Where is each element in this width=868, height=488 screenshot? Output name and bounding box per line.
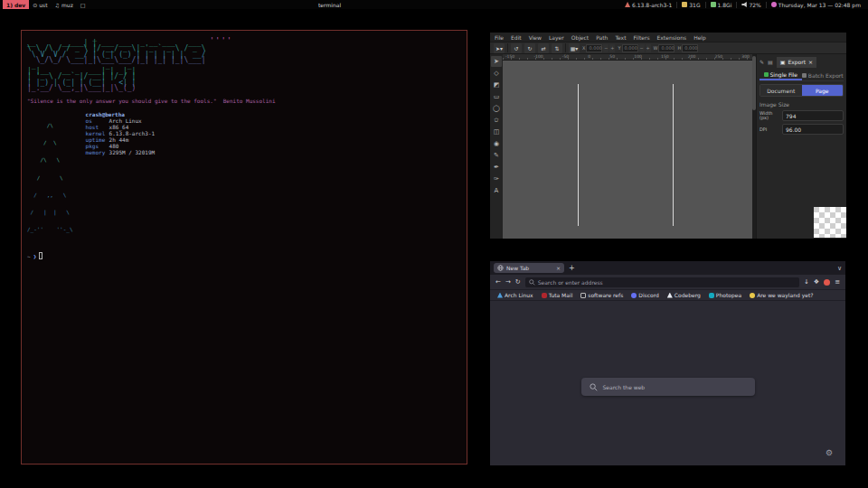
star-tool-icon[interactable]: ✩ (491, 115, 502, 126)
export-mode-tabs: Single File Batch Export (760, 70, 844, 81)
shell-prompt[interactable]: ~ ❯ (27, 252, 461, 259)
terminal-window[interactable]: '''' _ __ _____| | ___ ___ _ __ ___ ___ … (21, 30, 467, 465)
rotate-cw-button[interactable]: ↻ (524, 43, 535, 53)
shape-builder-tool-icon[interactable]: ◩ (491, 80, 502, 90)
memory-module: 1.8Gi (705, 2, 737, 8)
menu-icon[interactable]: ≡ (835, 278, 840, 286)
list-tabs-icon[interactable]: ∨ (837, 265, 842, 272)
node-tool-icon[interactable]: ◇ (491, 68, 502, 79)
bookmark-photopea[interactable]: Photopea (709, 292, 741, 298)
browser-window: New Tab × + ∨ ← → ↻ Search or enter addr… (490, 261, 845, 465)
menu-help[interactable]: Help (693, 34, 706, 41)
profile-icon[interactable] (824, 279, 830, 286)
tab-single-file[interactable]: Single File (760, 70, 802, 80)
y-increment[interactable]: + (646, 44, 651, 52)
x-increment[interactable]: + (609, 44, 615, 52)
text-tool-icon[interactable]: A (491, 185, 502, 196)
width-label: Width (px) (760, 111, 779, 120)
w-input[interactable]: 0.000 (658, 44, 675, 52)
workspace-ust-icon: ⊙ (33, 2, 37, 8)
volume-text: 72% (749, 2, 760, 8)
extensions-icon[interactable]: ❖ (814, 278, 819, 286)
y-input[interactable]: 0.000 (622, 44, 638, 52)
art-line: |_.__/ \__,_|\___|_|\_(_) (27, 86, 461, 91)
flip-vertical-button[interactable]: ⇅ (552, 43, 562, 53)
bookmark-tuta-mail[interactable]: Tuta Mail (542, 292, 573, 298)
back-icon[interactable]: ← (495, 278, 501, 286)
workspace-ust-label: ust (39, 2, 47, 8)
width-input[interactable]: 794 (782, 110, 844, 121)
menu-filters[interactable]: Filters (634, 34, 650, 41)
menu-extensions[interactable]: Extensions (657, 34, 687, 41)
menu-text[interactable]: Text (615, 34, 626, 41)
y-decrement[interactable]: − (639, 44, 645, 52)
selector-tool-icon[interactable]: ➤ (491, 56, 502, 67)
menu-path[interactable]: Path (596, 34, 608, 41)
bookmark-codeberg[interactable]: Codeberg (667, 292, 701, 298)
personalize-gear-icon[interactable]: ⚙ (826, 448, 833, 457)
workspace-4[interactable]: □ (77, 0, 90, 9)
bookmark-arch-linux[interactable]: Arch Linux (497, 292, 533, 298)
rectangle-tool-icon[interactable]: ▭ (491, 91, 502, 102)
reload-icon[interactable]: ↻ (515, 278, 521, 286)
workspace-muz[interactable]: ♫ muz (52, 0, 77, 9)
new-tab-button[interactable]: + (569, 264, 575, 272)
rotate-ccw-button[interactable]: ↺ (511, 43, 522, 53)
forward-icon[interactable]: → (505, 278, 511, 286)
ellipse-tool-icon[interactable]: ◯ (491, 103, 502, 114)
clock-module: Thursday, Mar 13 — 02:48 pm (766, 2, 865, 8)
disk-icon (682, 2, 687, 7)
bookmark-discord[interactable]: Discord (631, 292, 659, 298)
web-search-input[interactable]: Search the web (581, 378, 755, 396)
browser-nav-bar: ← → ↻ Search or enter address ↓ ❖ ≡ (490, 275, 845, 290)
pen-tool-icon[interactable]: ✒ (491, 162, 502, 173)
browser-tab-bar: New Tab × + ∨ (490, 261, 845, 275)
downloads-icon[interactable]: ↓ (804, 278, 809, 286)
x-decrement[interactable]: − (603, 44, 609, 52)
page-scope-button[interactable]: Page (802, 85, 844, 96)
workspace-muz-label: muz (61, 2, 73, 8)
menu-object[interactable]: Object (571, 34, 590, 41)
tab-close-icon[interactable]: × (556, 265, 561, 271)
export-preview-thumbnail (814, 207, 846, 238)
workspace-dev[interactable]: 1) dev (3, 0, 29, 9)
pencil-tool-icon[interactable]: ✎ (491, 150, 502, 161)
export-dialog-tab[interactable]: ▣ Export × (777, 57, 816, 68)
dpi-row: DPI 96.00 (760, 124, 844, 135)
workspace-ust[interactable]: ⊙ ust (29, 0, 51, 9)
ascii-art-back: _ _ _ | |__ __ _ ___| | _| | | '_ \ / _`… (27, 63, 461, 91)
menu-layer[interactable]: Layer (549, 34, 564, 41)
box3d-tool-icon[interactable]: ◫ (491, 127, 502, 137)
inkscape-menubar: File Edit View Layer Object Path Text Fi… (490, 33, 846, 42)
image-size-label: Image Size (760, 101, 844, 108)
spiral-tool-icon[interactable]: ◉ (491, 138, 502, 149)
close-dialog-icon[interactable]: × (808, 59, 813, 65)
document-scope-button[interactable]: Document (760, 85, 802, 96)
menu-view[interactable]: View (529, 34, 542, 41)
address-bar[interactable]: Search or enter address (525, 277, 799, 287)
inkscape-window: File Edit View Layer Object Path Text Fi… (490, 33, 846, 239)
inkscape-canvas[interactable] (503, 61, 752, 239)
flip-horizontal-button[interactable]: ⇄ (538, 43, 549, 53)
ascii-art-welcome: _ __ _____| | ___ ___ _ __ ___ ___ \ \ /… (27, 35, 461, 63)
tab-batch-export[interactable]: Batch Export (802, 70, 844, 80)
status-modules: 6.13.8-arch3-1 31G 1.8Gi 72% Thursday, M… (620, 2, 865, 8)
calligraphy-tool-icon[interactable]: ✑ (491, 174, 502, 184)
discord-favicon (631, 293, 637, 298)
prompt-symbol: ❯ (33, 253, 37, 259)
active-tab[interactable]: New Tab × (494, 263, 564, 273)
layers-dialog-icon[interactable]: ▤ (768, 59, 773, 65)
kernel-text: 6.13.8-arch3-1 (632, 2, 672, 8)
h-input[interactable]: 0.000 (682, 44, 698, 52)
tool-controls-bar: ➤▾ ↺ ↻ ⇄ ⇅ ▦▾ X 0.000 −+ Y 0.000 −+ W 0.… (490, 42, 846, 54)
menu-edit[interactable]: Edit (511, 34, 522, 41)
bookmark-are-we-wayland-yet[interactable]: Are we wayland yet? (750, 292, 813, 298)
web-search-placeholder: Search the web (603, 384, 646, 390)
x-input[interactable]: 0.000 (586, 44, 602, 52)
dpi-input[interactable]: 96.00 (782, 124, 844, 135)
objects-dialog-icon[interactable]: ✎ (760, 59, 764, 65)
selector-mode-button[interactable]: ➤▾ (494, 43, 505, 53)
bookmark-folder-software-refs[interactable]: software refs (580, 292, 623, 298)
menu-file[interactable]: File (495, 34, 504, 41)
snap-options-button[interactable]: ▦▾ (569, 43, 580, 53)
